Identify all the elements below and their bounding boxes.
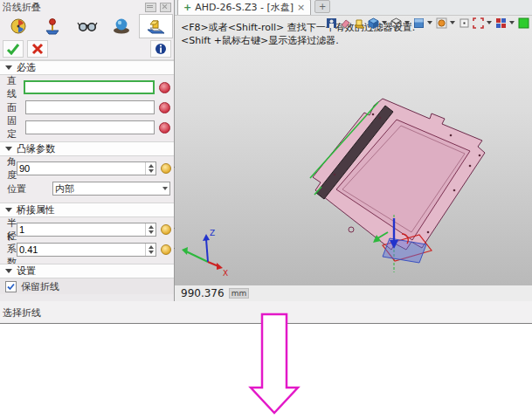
section-required[interactable]: 必选 xyxy=(0,60,174,75)
collapse-icon xyxy=(5,208,12,212)
expression-icon[interactable] xyxy=(161,224,171,235)
panel-title: 沿线折叠 xyxy=(3,1,142,14)
triad-z-label: Z xyxy=(210,229,215,237)
angle-spinner xyxy=(17,161,156,175)
fixed-input[interactable] xyxy=(25,120,155,134)
field-row-angle: 角度 xyxy=(7,161,170,176)
section-label: 设置 xyxy=(17,264,36,278)
3d-viewport[interactable]: <F8>或者<Shift-roll> 查找下一个有效的过滤器设置. <Shift… xyxy=(175,16,532,285)
face-input[interactable] xyxy=(25,100,155,114)
angle-input[interactable] xyxy=(17,162,145,175)
fold-sheet-icon[interactable] xyxy=(139,14,173,38)
section-label: 凸缘参数 xyxy=(17,142,55,155)
section-bend-attrs[interactable]: 桥接属性 xyxy=(0,203,174,217)
chevron-down-icon xyxy=(162,187,168,190)
field-row-fixed: 固定 xyxy=(7,120,170,135)
sheet-metal-model[interactable]: Z X xyxy=(175,16,532,285)
expression-icon[interactable] xyxy=(161,163,171,174)
flange-fields: 角度 位置 内部 xyxy=(0,156,174,203)
cad-application-window: 沿线折叠 xyxy=(0,0,532,419)
field-label: 角度 xyxy=(7,155,17,182)
model-hole-large xyxy=(349,227,354,232)
spinner-buttons[interactable] xyxy=(145,223,155,236)
required-pick-icon[interactable] xyxy=(159,102,170,113)
keep-foldline-row: 保留折线 xyxy=(0,278,174,294)
field-row-face: 面 xyxy=(7,100,170,115)
dial-icon[interactable] xyxy=(1,14,35,38)
field-label: 面 xyxy=(7,101,25,114)
radius-input[interactable] xyxy=(17,223,145,236)
panel-actions xyxy=(0,38,174,60)
collapse-icon xyxy=(5,269,12,273)
section-label: 必选 xyxy=(17,61,36,74)
expression-icon[interactable] xyxy=(161,244,171,255)
panel-toolbar xyxy=(0,14,174,38)
radius-spinner xyxy=(17,223,156,237)
document-tab-bar: + AHD-26-S.Z3 - [水盘] × + xyxy=(175,0,532,16)
required-pick-icon[interactable] xyxy=(159,122,170,134)
section-settings[interactable]: 设置 xyxy=(0,264,174,278)
line-input[interactable] xyxy=(24,80,155,94)
required-pick-icon[interactable] xyxy=(159,82,170,93)
field-label: 位置 xyxy=(7,182,52,196)
field-row-line: 直线 xyxy=(7,79,170,95)
kfactor-input[interactable] xyxy=(17,244,145,256)
position-select[interactable]: 内部 xyxy=(52,182,170,196)
tab-close-icon[interactable]: × xyxy=(297,2,305,13)
sphere-icon[interactable] xyxy=(104,14,138,38)
collapse-icon xyxy=(5,65,12,70)
measure-value: 990.376 xyxy=(181,287,225,299)
new-tab-button[interactable]: + xyxy=(314,0,330,13)
field-row-kfactor: K系数 xyxy=(7,242,170,258)
fold-by-line-panel: 沿线折叠 xyxy=(0,0,175,304)
measure-bar: 990.376 mm xyxy=(175,285,532,301)
required-fields: 直线 面 固定 xyxy=(0,75,174,141)
cancel-button[interactable] xyxy=(27,40,48,58)
view-triad: Z X xyxy=(182,229,228,278)
glasses-icon[interactable] xyxy=(70,14,104,38)
triad-x-label: X xyxy=(223,269,228,278)
spinner-buttons[interactable] xyxy=(145,244,155,256)
field-row-radius: 半径 xyxy=(7,222,170,237)
collapse-icon xyxy=(5,147,12,151)
down-arrow-annotation xyxy=(238,307,312,417)
info-button[interactable] xyxy=(150,40,171,58)
kfactor-spinner xyxy=(17,243,156,257)
keep-foldline-label: 保留折线 xyxy=(21,280,59,293)
position-value: 内部 xyxy=(55,182,160,196)
field-row-position: 位置 内部 xyxy=(7,181,170,196)
field-label: 固定 xyxy=(7,114,25,141)
keep-foldline-checkbox[interactable] xyxy=(5,281,17,292)
tab-active-document[interactable]: + AHD-26-S.Z3 - [水盘] × xyxy=(177,0,311,15)
bend-fields: 半径 K系数 xyxy=(0,217,174,264)
measure-unit: mm xyxy=(229,288,250,299)
panel-close-icon[interactable] xyxy=(160,3,171,12)
tab-label: AHD-26-S.Z3 - [水盘] xyxy=(195,1,294,14)
spinner-buttons[interactable] xyxy=(145,162,155,175)
ok-button[interactable] xyxy=(3,40,24,58)
joystick-icon[interactable] xyxy=(35,14,69,38)
panel-header: 沿线折叠 xyxy=(0,0,174,14)
section-label: 桥接属性 xyxy=(17,203,55,216)
prompt-text: 选择折线 xyxy=(3,306,41,319)
section-flange-params[interactable]: 凸缘参数 xyxy=(0,141,174,156)
panel-menu-icon[interactable] xyxy=(145,3,156,12)
part-icon: + xyxy=(183,2,191,13)
field-label: 直线 xyxy=(7,74,24,100)
